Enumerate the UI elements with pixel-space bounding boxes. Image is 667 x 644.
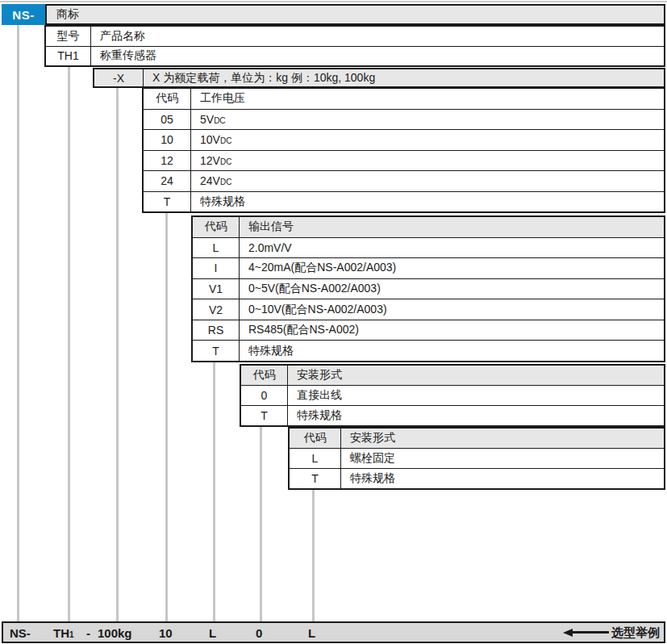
mounting-desc-cell: 特殊规格	[288, 406, 664, 425]
voltage-desc-header-cell: 工作电压	[191, 89, 664, 109]
output-row: I 4~20mA(配合NS-A002/A003)	[193, 257, 664, 278]
capacity-desc-cell: X 为额定载荷，单位为：kg 例：10kg, 100kg	[144, 71, 664, 86]
voltage-table: 代码 工作电压 05 5VDC 10 10VDC 12 12VDC 24 24V…	[142, 87, 665, 213]
mounting-desc-cell: 直接出线	[288, 386, 664, 405]
voltage-dc-suffix: DC	[214, 114, 225, 125]
example-item-output: L	[209, 625, 216, 639]
output-row: L 2.0mV/V	[193, 237, 664, 258]
output-desc-cell: 特殊规格	[240, 341, 664, 361]
voltage-code-cell: 05	[144, 110, 191, 130]
capacity-row: -X X 为额定载荷，单位为：kg 例：10kg, 100kg	[93, 68, 665, 88]
fixing-header-row: 代码 安装形式	[290, 429, 664, 448]
output-desc-cell: 0~10V(配合NS-A002/A003)	[240, 299, 664, 320]
voltage-value: 12V	[200, 154, 220, 167]
output-code-cell: RS	[193, 320, 240, 341]
output-code-cell: V2	[193, 299, 240, 320]
output-code-cell: L	[193, 238, 240, 258]
model-desc-header-cell: 产品名称	[91, 27, 664, 46]
fixing-desc-cell: 特殊规格	[341, 469, 664, 488]
example-item-voltage: 10	[159, 625, 173, 639]
example-item-model: TH1	[53, 625, 74, 639]
connector-line-fixing	[312, 490, 315, 621]
fixing-code-cell: T	[290, 469, 341, 488]
voltage-code-cell: 12	[144, 151, 191, 171]
example-item-capacity: 100kg	[98, 625, 132, 639]
fixing-row: T 特殊规格	[290, 468, 664, 488]
fixing-code-header-cell: 代码	[290, 429, 341, 448]
example-item-fixing: L	[308, 625, 315, 639]
model-code-cell: TH1	[46, 47, 91, 66]
mounting-code-header-cell: 代码	[241, 366, 288, 385]
brand-prefix-box: NS-	[2, 4, 45, 25]
mounting-header-row: 代码 安装形式	[241, 366, 664, 385]
model-code-header-cell: 型号	[46, 27, 91, 46]
voltage-code-cell: 24	[144, 171, 191, 191]
connector-line-brand	[17, 25, 19, 621]
voltage-dc-suffix: DC	[220, 155, 231, 166]
capacity-code-cell: -X	[94, 69, 144, 86]
voltage-desc-cell: 特殊规格	[191, 192, 664, 212]
voltage-desc-cell: 12VDC	[191, 151, 664, 171]
voltage-header-row: 代码 工作电压	[144, 89, 664, 109]
voltage-row: T 特殊规格	[144, 191, 664, 212]
voltage-dc-suffix: DC	[220, 175, 231, 186]
example-label: 选型举例	[611, 625, 660, 640]
example-bar: NS- TH1 - 100kg 10 L 0 L 选型举例	[2, 621, 665, 643]
voltage-desc-cell: 5VDC	[191, 110, 664, 130]
fixing-row: L 螺栓固定	[290, 448, 664, 468]
mounting-desc-header-cell: 安装形式	[288, 366, 664, 385]
ordering-code-diagram: NS- 商标 型号 产品名称 TH1 称重传感器 -X X 为额定载荷，单位为：…	[0, 0, 667, 644]
mounting-table: 代码 安装形式 0 直接出线 T 特殊规格	[240, 364, 665, 427]
voltage-value: 5V	[200, 113, 214, 126]
example-item-mounting: 0	[256, 625, 262, 639]
connector-line-capacity	[116, 87, 119, 621]
voltage-code-header-cell: 代码	[144, 89, 191, 109]
mounting-row: 0 直接出线	[241, 385, 664, 405]
output-code-header-cell: 代码	[193, 217, 240, 237]
output-code-cell: I	[193, 258, 240, 278]
output-row: V2 0~10V(配合NS-A002/A003)	[193, 299, 664, 320]
output-desc-header-cell: 输出信号	[240, 217, 664, 237]
voltage-desc-cell: 10VDC	[191, 130, 664, 150]
voltage-value: 特殊规格	[200, 194, 245, 209]
voltage-row: 05 5VDC	[144, 109, 664, 130]
mounting-code-cell: T	[241, 406, 288, 425]
mounting-code-cell: 0	[241, 386, 288, 405]
mounting-row: T 特殊规格	[241, 405, 664, 425]
connector-line-output	[213, 362, 215, 621]
model-desc-cell: 称重传感器	[91, 47, 664, 66]
voltage-code-cell: 10	[144, 130, 191, 150]
voltage-value: 10V	[200, 133, 220, 146]
output-row: V1 0~5V(配合NS-A002/A003)	[193, 278, 664, 299]
output-row: T 特殊规格	[193, 340, 664, 361]
connector-line-voltage	[165, 213, 168, 621]
trademark-band: 商标	[45, 4, 665, 25]
fixing-desc-cell: 螺栓固定	[341, 449, 664, 468]
left-arrow-icon	[563, 629, 609, 637]
output-desc-cell: 2.0mV/V	[240, 238, 664, 258]
trademark-label: 商标	[47, 7, 79, 22]
output-header-row: 代码 输出信号	[193, 217, 664, 237]
output-row: RS RS485(配合NS-A002)	[193, 320, 664, 341]
output-desc-cell: 0~5V(配合NS-A002/A003)	[240, 279, 664, 299]
connector-line-mounting	[260, 427, 262, 621]
fixing-code-cell: L	[290, 449, 341, 468]
page-top-rule	[0, 1, 667, 2]
connector-line-model	[68, 67, 70, 621]
output-code-cell: T	[193, 341, 240, 361]
output-desc-cell: 4~20mA(配合NS-A002/A003)	[240, 258, 664, 278]
voltage-desc-cell: 24VDC	[191, 171, 664, 191]
example-item-prefix: NS-	[10, 625, 31, 639]
output-code-cell: V1	[193, 279, 240, 299]
voltage-code-cell: T	[144, 192, 191, 212]
voltage-row: 24 24VDC	[144, 170, 664, 191]
model-table-header-row: 型号 产品名称	[46, 27, 664, 46]
voltage-row: 12 12VDC	[144, 150, 664, 171]
voltage-dc-suffix: DC	[220, 134, 231, 145]
model-table: 型号 产品名称 TH1 称重传感器	[44, 25, 665, 67]
voltage-value: 24V	[200, 174, 220, 187]
brand-prefix-label: NS-	[12, 8, 34, 22]
model-table-row: TH1 称重传感器	[46, 46, 664, 66]
fixing-desc-header-cell: 安装形式	[341, 429, 664, 448]
voltage-row: 10 10VDC	[144, 129, 664, 150]
